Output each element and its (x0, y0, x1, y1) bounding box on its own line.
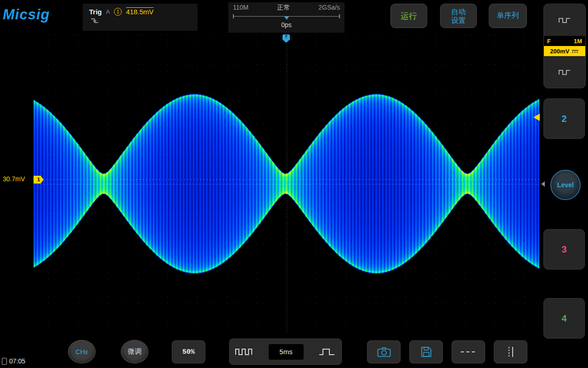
camera-icon (377, 347, 391, 357)
clock-time: 07:05 (9, 357, 25, 365)
scope-display[interactable]: T (33, 34, 540, 333)
ch3-button[interactable]: 3 (543, 229, 585, 270)
acquisition-panel[interactable]: 110M 正常 2GSa/s 0ps (228, 2, 345, 33)
trigger-level-value: 418.5mV (126, 8, 153, 16)
trigger-t-label: T (283, 34, 290, 40)
run-button[interactable]: 运行 (390, 4, 427, 28)
ch1-panel[interactable]: F 1M 200mV (543, 4, 586, 88)
zoom-wave-button[interactable] (235, 347, 254, 357)
clock-icon (2, 358, 7, 365)
horizontal-delay-value: 0ps (228, 21, 345, 29)
oscilloscope-app: Micsig Trig A 1 418.5mV 110M 正常 2GSa/s 0… (0, 0, 588, 368)
trigger-source-badge: 1 (114, 8, 122, 16)
measure-lines-button[interactable] (494, 340, 527, 363)
trigger-t-arrow-icon (283, 40, 290, 43)
trigger-mode-letter: A (106, 8, 110, 15)
ch1-offset-label: 30.7mV (3, 175, 25, 183)
ch4-button[interactable]: 4 (543, 298, 585, 339)
square-wave-icon (558, 17, 571, 24)
trigger-level-knob[interactable]: Level (550, 170, 581, 200)
ch1-wave-top-button[interactable] (544, 4, 585, 36)
auto-setup-line2: 设置 (451, 16, 466, 25)
status-clock: 07:05 (2, 357, 25, 365)
trigger-position-indicator[interactable]: T (283, 34, 290, 43)
bandwidth-value: 110M (233, 4, 249, 12)
ch1-filter-label: F (547, 38, 551, 45)
slider-tick-right (339, 14, 340, 18)
ch1-impedance-value: 1M (574, 38, 582, 45)
trigger-level-arrow-icon[interactable] (533, 114, 540, 121)
screenshot-button[interactable] (367, 340, 401, 363)
fifty-percent-button[interactable]: 50% (172, 340, 205, 363)
ch2-button[interactable]: 2 (543, 98, 585, 139)
panel-collapse-arrow-icon[interactable] (541, 181, 545, 187)
ch1-scale-row: 200mV (544, 46, 585, 56)
fine-adjust-button[interactable]: 微调 (121, 340, 148, 363)
pulse-wave-button[interactable] (318, 347, 336, 357)
slider-tick-left (233, 14, 234, 18)
single-pulse-icon (318, 347, 336, 357)
channel-select-button[interactable]: CHx (68, 340, 96, 363)
single-sequence-button[interactable]: 单序列 (489, 4, 527, 28)
timebase-value[interactable]: 5ms (269, 344, 304, 360)
trigger-label: Trig (89, 8, 102, 16)
ch1-info-row: F 1M (544, 36, 585, 46)
auto-setup-line1: 自动 (451, 7, 466, 16)
multi-pulse-icon (235, 347, 254, 357)
trigger-position-marker-icon[interactable] (284, 17, 289, 20)
dc-coupling-icon (571, 49, 579, 53)
cursor-button[interactable] (452, 340, 485, 363)
auto-setup-button[interactable]: 自动 设置 (440, 4, 477, 28)
trigger-info-panel[interactable]: Trig A 1 418.5mV (83, 4, 198, 31)
ch1-wave-bottom-button[interactable] (544, 56, 585, 88)
sweep-mode-value: 正常 (277, 4, 290, 12)
save-button[interactable] (409, 340, 443, 363)
brand-logo: Micsig (3, 6, 50, 23)
horizontal-position-slider[interactable] (233, 12, 340, 21)
cursor-lines-icon (505, 346, 517, 358)
falling-edge-icon (90, 17, 102, 24)
ch1-scale-value: 200mV (550, 48, 570, 55)
timebase-group: 5ms (229, 339, 342, 365)
waveform-canvas[interactable] (33, 34, 540, 333)
square-wave-icon (558, 69, 571, 76)
save-icon (421, 346, 432, 357)
sample-rate-value: 2GSa/s (318, 4, 340, 12)
dashed-line-icon (460, 350, 477, 354)
